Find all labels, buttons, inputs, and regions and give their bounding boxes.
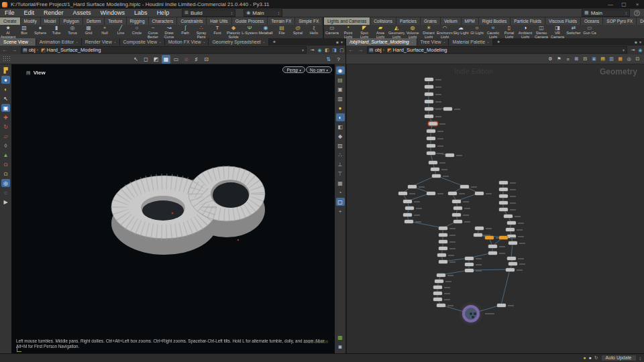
- network-node[interactable]: [425, 78, 433, 81]
- network-node[interactable]: [439, 247, 447, 250]
- shelf-tab-vellum[interactable]: Vellum: [441, 17, 462, 25]
- tile-grid-icon[interactable]: ⊟: [582, 56, 589, 63]
- left-path-field[interactable]: ▤ obj ◩ Hard_Surface_Modeling ▾: [21, 46, 307, 54]
- maximize-pane-icon[interactable]: ▢: [338, 46, 345, 54]
- tab-options-icon[interactable]: ▪: [31, 40, 32, 44]
- shelf-tool-ambient-light[interactable]: ◑Ambient Light: [517, 25, 533, 38]
- mute-icon[interactable]: ⊘: [182, 55, 191, 64]
- shelf-tool-portal-light[interactable]: ▯Portal Light: [501, 25, 517, 38]
- model-3d[interactable]: [11, 64, 335, 353]
- shelf-tool-line[interactable]: ╱Line: [113, 25, 129, 38]
- shelf-tool-box[interactable]: ▧Box: [16, 25, 32, 38]
- pane-tab-scene-view[interactable]: Scene View▪: [0, 38, 36, 46]
- shelf-tab-modify[interactable]: Modify: [21, 17, 41, 25]
- shelf-tool-spiral[interactable]: @Spiral: [290, 25, 306, 38]
- pane-tab-render-view[interactable]: Render View▪: [82, 38, 120, 46]
- network-node[interactable]: [499, 208, 508, 211]
- shelf-tab-particles[interactable]: Particles: [396, 17, 421, 25]
- wrench-icon[interactable]: ⚙: [547, 56, 554, 63]
- view-tool-icon[interactable]: ◎: [1, 179, 10, 187]
- shelf-tab-collisions[interactable]: Collisions: [370, 17, 396, 25]
- network-node[interactable]: [460, 185, 469, 188]
- menu-edit[interactable]: Edit: [19, 9, 40, 16]
- network-node[interactable]: [474, 233, 482, 237]
- network-node[interactable]: [508, 262, 517, 265]
- network-node[interactable]: [508, 241, 517, 245]
- network-editor-pane[interactable]: Indie Edition Geometry: [345, 64, 644, 353]
- shelf-tab-deform[interactable]: Deform: [83, 17, 105, 25]
- shelf-tool-platonic-solids[interactable]: ◆Platonic Solids: [225, 25, 241, 38]
- snap-magnet-icon[interactable]: Ω: [1, 160, 10, 168]
- path-dropdown-icon[interactable]: ▾: [621, 48, 627, 52]
- selection-lock-icon[interactable]: ▣: [1, 104, 10, 112]
- shelf-tab-grains[interactable]: Grains: [421, 17, 441, 25]
- bookmark-icon[interactable]: ⚑: [555, 56, 563, 63]
- network-node[interactable]: [439, 240, 447, 243]
- network-node[interactable]: [452, 200, 461, 203]
- shelf-tool-path[interactable]: ∫Path: [177, 25, 193, 38]
- network-node[interactable]: [405, 220, 413, 223]
- forward-icon[interactable]: →: [9, 47, 19, 53]
- sort-list-icon[interactable]: ⇅: [324, 55, 333, 64]
- shelf-tool-metaball[interactable]: ◉Metaball: [258, 25, 274, 38]
- scene-selector[interactable]: ◉ Main ↕: [244, 9, 282, 17]
- select-mode-icon[interactable]: ↖: [131, 55, 140, 64]
- shelf-tool-font[interactable]: TFont: [209, 25, 225, 38]
- select-geometry-icon[interactable]: ◩: [152, 55, 160, 64]
- viewport-3d[interactable]: ▤ View Persp ▾ No cam ▾ Left mouse tumbl…: [11, 64, 335, 353]
- network-node[interactable]: [475, 227, 484, 230]
- shelf-tool-point-light[interactable]: *Point Light: [340, 25, 356, 38]
- minimize-icon[interactable]: —: [604, 0, 617, 9]
- pin-icon[interactable]: ⇥: [309, 46, 316, 54]
- pose-icon[interactable]: ◊: [1, 141, 10, 149]
- translate-handle-icon[interactable]: ✚: [1, 113, 10, 121]
- shadows-icon[interactable]: ◧: [336, 123, 345, 131]
- layout-grid-icon[interactable]: ⊞: [573, 56, 580, 63]
- shelf-tool-circle[interactable]: ○Circle: [129, 25, 145, 38]
- shelf-tool-null[interactable]: +Null: [97, 25, 113, 38]
- ghost-objects-icon[interactable]: ▥: [336, 95, 345, 103]
- network-node[interactable]: [429, 122, 437, 125]
- help-icon[interactable]: ?: [634, 10, 640, 16]
- points-display-icon[interactable]: ∴: [336, 151, 345, 159]
- select-arrow-icon[interactable]: ↖: [1, 95, 10, 103]
- network-output-node[interactable]: [462, 305, 480, 322]
- network-node[interactable]: [453, 220, 462, 223]
- headlight-icon[interactable]: ●: [1, 76, 10, 84]
- path-obj[interactable]: obj: [375, 47, 382, 53]
- network-node[interactable]: [425, 107, 433, 111]
- network-node[interactable]: [499, 201, 508, 204]
- profile-icon[interactable]: ◔: [336, 188, 345, 196]
- template-icon[interactable]: ▢: [336, 198, 345, 206]
- network-node[interactable]: [439, 233, 447, 237]
- network-node[interactable]: [403, 213, 412, 217]
- shelf-tool-tube[interactable]: ▮Tube: [48, 25, 64, 38]
- shelf-tool-geometry-light[interactable]: ◭Geometry Light: [388, 25, 405, 38]
- network-node[interactable]: [427, 137, 435, 140]
- maximize-icon[interactable]: ▢: [617, 0, 631, 9]
- shelf-tab-create[interactable]: Create: [0, 17, 21, 25]
- path-dropdown-icon[interactable]: ▾: [300, 48, 306, 52]
- network-node[interactable]: [485, 236, 494, 239]
- network-node[interactable]: [398, 192, 407, 195]
- camera-view-icon[interactable]: ◙: [336, 343, 345, 351]
- main-desktop-selector[interactable]: ▦ Main ↕: [582, 9, 630, 17]
- panel-yellow-icon[interactable]: ▤: [599, 56, 606, 63]
- back-icon[interactable]: ←: [346, 47, 356, 53]
- network-node[interactable]: [433, 292, 442, 295]
- snap-options-icon[interactable]: ▦: [162, 55, 170, 64]
- chevron-down-icon[interactable]: ▾: [639, 40, 641, 44]
- spinner-icon[interactable]: ↕: [639, 356, 642, 361]
- network-node[interactable]: [435, 280, 443, 283]
- network-node[interactable]: [443, 107, 452, 111]
- network-node[interactable]: [465, 269, 474, 272]
- tab-options-icon[interactable]: ▪: [204, 40, 205, 44]
- rotate-handle-icon[interactable]: ↻: [1, 123, 10, 131]
- network-node[interactable]: [499, 181, 508, 184]
- network-node[interactable]: [427, 129, 435, 133]
- shelf-tab-particle-fluids[interactable]: Particle Fluids: [511, 17, 545, 25]
- shelf-tab-model[interactable]: Model: [41, 17, 60, 25]
- network-node[interactable]: [432, 174, 441, 178]
- network-node[interactable]: [408, 185, 417, 188]
- network-node[interactable]: [403, 200, 412, 203]
